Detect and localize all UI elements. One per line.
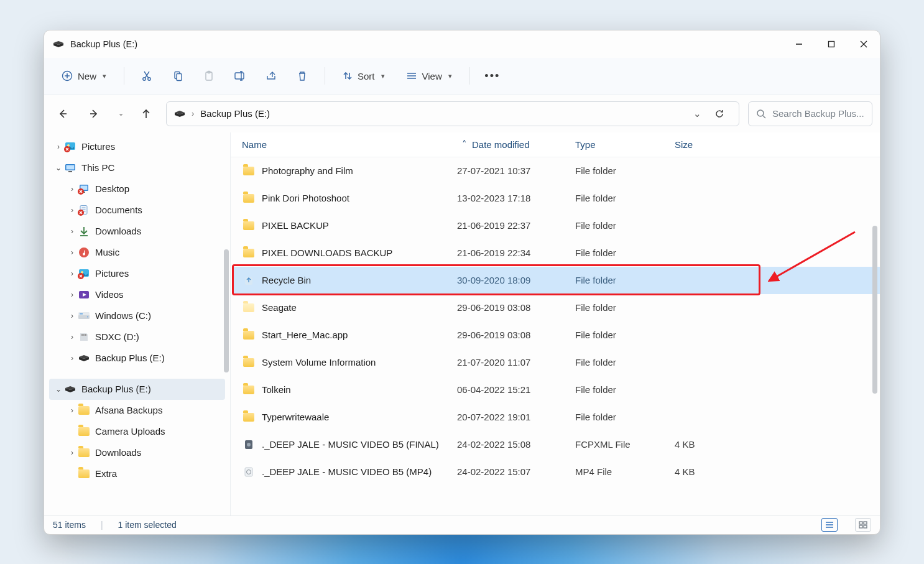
disclosure-icon[interactable]: › [67,269,78,278]
delete-button[interactable] [289,63,316,88]
tree-label: Videos [95,289,124,300]
folder-icon [242,167,256,175]
tree-label: Pictures [81,141,115,152]
file-row[interactable]: System Volume Information21-07-2020 11:0… [233,349,880,376]
svg-rect-15 [235,73,244,79]
tree-item[interactable]: ›Documents [49,200,225,221]
sort-button[interactable]: Sort▾ [334,63,394,88]
disclosure-icon[interactable]: › [67,312,78,320]
minimize-button[interactable] [783,30,815,58]
thumbnails-view-button[interactable] [855,518,871,532]
file-row[interactable]: ._DEEP JALE - MUSIC VIDEO B5 (FINAL)24-0… [233,431,880,458]
file-name: Tolkein [262,384,457,395]
forward-button[interactable] [83,103,105,125]
documents-err-icon [78,204,90,216]
tree-item[interactable]: ›Pictures [49,263,225,284]
file-date: 29-06-2019 03:08 [457,302,575,313]
tree-item[interactable]: ›Backup Plus (E:) [49,348,225,369]
chevron-right-icon: › [192,109,194,118]
new-button[interactable]: New▾ [53,63,115,88]
recent-dropdown[interactable]: ⌄ [114,103,126,125]
tree-item[interactable]: ›Downloads [49,442,225,463]
cut-button[interactable] [133,63,160,88]
drive-icon [53,40,64,48]
col-type[interactable]: Type [575,139,675,150]
tree-item[interactable]: ›Afsana Backups [49,400,225,421]
navigation-pane[interactable]: ›Pictures⌄This PC›Desktop›Documents›Down… [44,132,231,515]
disclosure-icon[interactable]: › [67,227,78,236]
disclosure-icon[interactable]: › [53,142,64,151]
tree-item[interactable]: ›Videos [49,284,225,305]
disclosure-icon[interactable]: › [67,333,78,341]
tree-item[interactable]: ›Music [49,242,225,263]
tree-item[interactable]: ›Windows (C:) [49,305,225,326]
copy-button[interactable] [164,63,192,88]
file-row[interactable]: PIXEL BACKUP21-06-2019 22:37File folder [233,212,880,239]
file-type: FCPXML File [575,439,675,450]
pictures-err-icon [64,141,76,153]
disclosure-icon[interactable]: › [67,290,78,299]
breadcrumb[interactable]: Backup Plus (E:) [200,108,270,119]
disclosure-icon[interactable]: ⌄ [53,385,64,394]
file-row[interactable]: ._DEEP JALE - MUSIC VIDEO B5 (MP4)24-02-… [233,458,880,486]
disclosure-icon[interactable]: › [67,206,78,215]
file-type: File folder [575,247,675,258]
address-bar[interactable]: › Backup Plus (E:) ⌄ [166,101,739,126]
file-row[interactable]: Pink Dori Photoshoot13-02-2023 17:18File… [233,185,880,212]
downloads-icon [78,225,90,238]
refresh-button[interactable] [708,103,731,125]
search-box[interactable]: Search Backup Plus... [748,101,872,126]
more-button[interactable]: ••• [479,63,506,88]
file-name: Seagate [262,302,457,313]
file-row[interactable]: Tolkein06-04-2022 15:21File folder [233,376,880,404]
col-name[interactable]: Name [242,139,457,150]
file-size: 4 KB [675,439,743,450]
disclosure-icon[interactable]: › [67,185,78,193]
paste-button[interactable] [195,63,223,88]
view-button[interactable]: View▾ [397,63,461,88]
details-view-button[interactable] [821,518,838,532]
tree-item[interactable]: ›Pictures [49,136,225,157]
recycle-icon [242,275,256,286]
tree-item[interactable]: ›SDXC (D:) [49,326,225,348]
svg-line-29 [763,116,765,118]
file-type: MP4 File [575,466,675,477]
tree-item[interactable]: ⌄Backup Plus (E:) [49,379,225,400]
svg-point-28 [757,110,764,116]
disclosure-icon[interactable]: › [67,448,78,457]
file-row[interactable]: Seagate29-06-2019 03:08File folder [233,294,880,321]
tree-item[interactable]: ⌄This PC [49,157,225,178]
file-row[interactable]: Typerwritewaale20-07-2022 19:01File fold… [233,404,880,431]
disclosure-icon[interactable]: › [67,354,78,363]
share-button[interactable] [257,63,285,88]
disclosure-icon[interactable]: › [67,248,78,257]
main-scrollbar[interactable] [872,226,877,394]
separator [124,67,124,85]
folder-icon [242,386,256,394]
svg-rect-69 [864,522,867,524]
col-date[interactable]: Date modified [457,139,575,150]
tree-item[interactable]: ›Desktop [49,178,225,200]
disclosure-icon[interactable]: ⌄ [53,164,64,172]
disclosure-icon[interactable]: › [67,406,78,415]
back-button[interactable] [52,103,74,125]
tree-item[interactable]: ›Downloads [49,221,225,242]
close-button[interactable] [848,30,880,58]
file-type: File folder [575,412,675,422]
file-row[interactable]: Photography and Film27-07-2021 10:37File… [233,157,880,185]
up-button[interactable] [135,103,157,125]
tree-item[interactable]: Camera Uploads [49,421,225,442]
address-dropdown[interactable]: ⌄ [693,108,701,119]
col-size[interactable]: Size [675,139,743,150]
file-row[interactable]: PIXEL DOWNLOADS BACKUP21-06-2019 22:34Fi… [233,239,880,267]
file-row[interactable]: Start_Here_Mac.app29-06-2019 03:08File f… [233,321,880,349]
svg-rect-35 [68,171,72,172]
tree-item[interactable]: Extra [49,463,225,484]
maximize-button[interactable] [815,30,848,58]
chevron-down-icon: ▾ [103,72,106,80]
svg-point-61 [247,443,251,446]
folder-icon [242,221,256,230]
rename-button[interactable] [226,63,254,88]
file-row[interactable]: Recycle Bin30-09-2020 18:09File folder [233,267,880,294]
sidebar-scrollbar[interactable] [224,249,229,372]
